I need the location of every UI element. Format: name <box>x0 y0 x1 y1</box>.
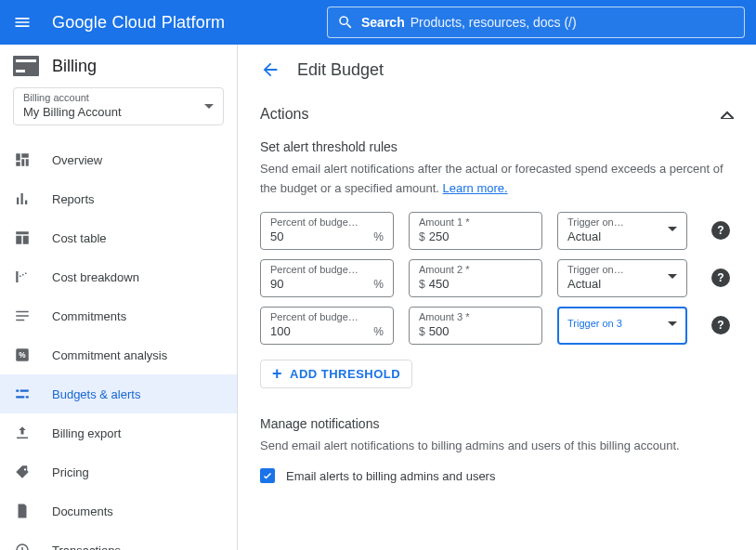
dashboard-icon <box>13 151 32 169</box>
sidebar: Billing Billing account My Billing Accou… <box>0 45 238 550</box>
search-icon <box>337 14 354 31</box>
billing-icon <box>13 56 39 76</box>
sidebar-item-pricing[interactable]: Pricing <box>0 452 237 491</box>
sidebar-title: Billing <box>52 57 97 76</box>
sidebar-item-billing-export[interactable]: Billing export <box>0 413 237 452</box>
amount-field[interactable]: Amount 1 * $250 <box>409 212 542 250</box>
document-icon <box>13 502 32 520</box>
nav-label: Reports <box>52 192 95 206</box>
top-bar: Google Cloud Platform Search Products, r… <box>0 0 756 45</box>
list-icon <box>13 307 32 325</box>
bar-chart-icon <box>13 190 32 208</box>
sidebar-item-commitment-analysis[interactable]: % Commitment analysis <box>0 335 237 374</box>
trigger-field[interactable]: Trigger on… Actual <box>557 259 687 297</box>
chevron-up-icon[interactable] <box>721 111 734 119</box>
caret-down-icon <box>668 227 677 232</box>
sidebar-item-cost-table[interactable]: Cost table <box>0 218 237 257</box>
checkbox-label: Email alerts to billing admins and users <box>286 469 495 483</box>
checkbox-email-alerts[interactable] <box>260 468 275 483</box>
search-label: Search <box>361 15 405 30</box>
nav-label: Cost table <box>52 231 107 245</box>
svg-text:%: % <box>19 351 26 360</box>
trigger-field-open[interactable]: Trigger on 3 <box>557 307 687 345</box>
sidebar-item-reports[interactable]: Reports <box>0 179 237 218</box>
sub-heading-thresholds: Set alert threshold rules <box>260 139 734 154</box>
sidebar-item-cost-breakdown[interactable]: Cost breakdown <box>0 257 237 296</box>
sliders-icon <box>13 385 32 403</box>
percent-field[interactable]: Percent of budge… 100 % <box>260 307 394 345</box>
sidebar-item-budgets-alerts[interactable]: Budgets & alerts <box>0 374 237 413</box>
nav-label: Pricing <box>52 465 89 479</box>
help-icon[interactable]: ? <box>711 221 730 240</box>
nav-label: Transactions <box>52 543 121 551</box>
back-arrow-icon[interactable] <box>260 59 280 80</box>
plus-icon: + <box>272 367 282 380</box>
search-placeholder: Products, resources, docs (/) <box>411 15 577 30</box>
amount-field[interactable]: Amount 3 * $500 <box>409 307 542 345</box>
amount-field[interactable]: Amount 2 * $450 <box>409 259 542 297</box>
nav-label: Commitment analysis <box>52 348 167 362</box>
help-icon[interactable]: ? <box>711 316 730 334</box>
table-icon <box>13 229 32 247</box>
caret-down-icon <box>204 104 214 110</box>
hamburger-icon[interactable] <box>11 11 33 33</box>
percent-field[interactable]: Percent of budge… 50 % <box>260 212 394 250</box>
caret-down-icon <box>668 274 677 280</box>
logo-text: Google Cloud Platform <box>52 13 225 33</box>
trigger-field[interactable]: Trigger on… Actual <box>557 212 687 250</box>
section-title-actions: Actions <box>260 106 308 123</box>
percent-icon: % <box>13 346 32 364</box>
sidebar-item-commitments[interactable]: Commitments <box>0 296 237 335</box>
search-box[interactable]: Search Products, resources, docs (/) <box>327 7 745 38</box>
billing-account-select[interactable]: Billing account My Billing Account <box>13 87 224 125</box>
sidebar-item-transactions[interactable]: Transactions <box>0 530 237 550</box>
nav-label: Commitments <box>52 309 126 323</box>
nav-label: Documents <box>52 504 113 518</box>
nav-label: Billing export <box>52 426 121 440</box>
rule-row: Percent of budge… 100 % Amount 3 * $500 … <box>260 307 734 345</box>
nav-label: Budgets & alerts <box>52 387 140 401</box>
sidebar-item-documents[interactable]: Documents <box>0 491 237 530</box>
rule-row: Percent of budge… 90 % Amount 2 * $450 T… <box>260 259 734 297</box>
caret-down-icon <box>668 321 677 327</box>
help-icon[interactable]: ? <box>711 268 730 287</box>
account-label: Billing account <box>23 92 214 103</box>
nav-label: Cost breakdown <box>52 270 139 284</box>
percent-field[interactable]: Percent of budge… 90 % <box>260 259 394 297</box>
sidebar-item-overview[interactable]: Overview <box>0 140 237 179</box>
page-title: Edit Budget <box>297 60 384 80</box>
add-threshold-button[interactable]: + ADD THRESHOLD <box>260 360 412 388</box>
export-icon <box>13 424 32 442</box>
tag-icon <box>13 463 32 481</box>
sub-heading-notifications: Manage notifications <box>260 416 734 431</box>
breakdown-icon <box>13 268 32 286</box>
desc-thresholds: Send email alert notifications after the… <box>260 160 734 199</box>
main: Edit Budget Actions Set alert threshold … <box>238 45 756 550</box>
nav-label: Overview <box>52 153 102 167</box>
rule-row: Percent of budge… 50 % Amount 1 * $250 T… <box>260 212 734 250</box>
clock-icon <box>13 541 32 550</box>
learn-more-link[interactable]: Learn more. <box>443 181 508 195</box>
desc-notifications: Send email alert notifications to billin… <box>260 437 734 456</box>
account-value: My Billing Account <box>23 105 214 119</box>
